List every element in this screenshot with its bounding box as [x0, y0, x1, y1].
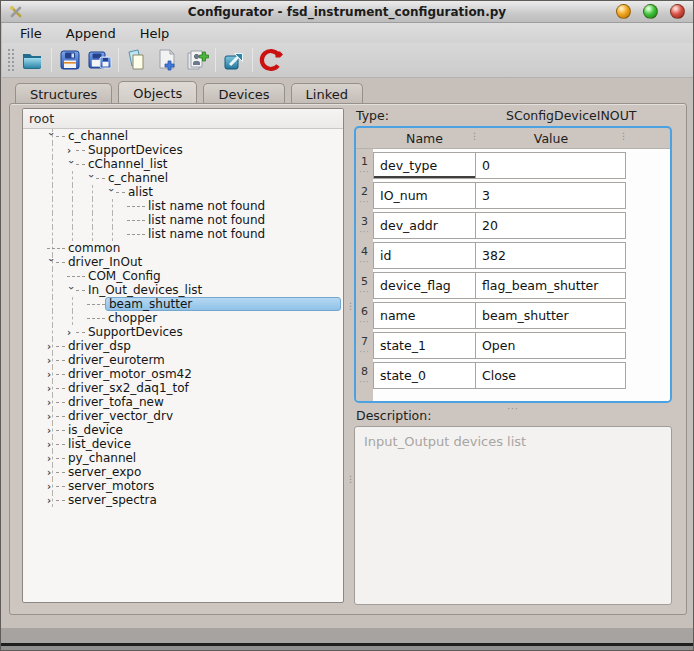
value-cell[interactable]: 382: [475, 242, 626, 269]
value-cell[interactable]: 20: [475, 212, 626, 239]
value-cell[interactable]: Open: [475, 332, 626, 359]
row-header[interactable]: 5: [356, 272, 373, 302]
tree-item-cchannel-list[interactable]: ›cChannel_list: [23, 157, 343, 171]
tree-item-com-config[interactable]: COM_Config: [23, 269, 343, 283]
add-object-button[interactable]: [182, 46, 212, 74]
column-header-name[interactable]: Name: [373, 131, 476, 146]
tree-item-list-device[interactable]: ›list_device: [23, 437, 343, 451]
export-button[interactable]: [219, 46, 249, 74]
tree-item-driver-tofa-new[interactable]: ›driver_tofa_new: [23, 395, 343, 409]
save-button[interactable]: [55, 46, 85, 74]
chevron-right-icon[interactable]: ›: [47, 342, 56, 351]
name-cell[interactable]: state_1: [373, 332, 476, 359]
open-button[interactable]: [18, 46, 48, 74]
name-cell[interactable]: IO_num: [373, 182, 476, 209]
value-cell[interactable]: beam_shutter: [475, 302, 626, 329]
chevron-right-icon[interactable]: ›: [47, 440, 56, 449]
tab-objects[interactable]: Objects: [118, 81, 197, 104]
row-header[interactable]: 6: [356, 302, 373, 332]
quit-button[interactable]: [256, 46, 286, 74]
chevron-down-icon[interactable]: ›: [87, 174, 96, 183]
chevron-down-icon[interactable]: ›: [67, 160, 76, 169]
tree-item-server-expo[interactable]: ›server_expo: [23, 465, 343, 479]
chevron-right-icon[interactable]: ›: [47, 412, 56, 421]
description-textarea[interactable]: Input_Output devices list: [354, 426, 672, 605]
chevron-right-icon[interactable]: ›: [47, 356, 56, 365]
row-header[interactable]: 2: [356, 182, 373, 212]
minimize-button[interactable]: [616, 4, 631, 19]
maximize-button[interactable]: [643, 4, 658, 19]
tree-item-py-channel[interactable]: ›py_channel: [23, 451, 343, 465]
properties-table[interactable]: Name Value 1dev_type02IO_num33dev_addr20…: [354, 126, 672, 403]
chevron-right-icon[interactable]: ›: [47, 468, 56, 477]
tree-item-c-channel[interactable]: ›c_channel: [23, 171, 343, 185]
copy-button[interactable]: [122, 46, 152, 74]
tree-item-is-device[interactable]: ›is_device: [23, 423, 343, 437]
tree-item-common[interactable]: common: [23, 241, 343, 255]
tree-item-beam-shutter[interactable]: beam_shutter: [23, 297, 343, 311]
chevron-right-icon[interactable]: ›: [47, 482, 56, 491]
chevron-down-icon[interactable]: ›: [47, 132, 56, 141]
tree-item-supportdevices[interactable]: ›SupportDevices: [23, 325, 343, 339]
tab-devices[interactable]: Devices: [203, 83, 284, 104]
menu-append[interactable]: Append: [56, 24, 126, 43]
name-cell[interactable]: dev_type: [373, 152, 476, 179]
chevron-down-icon[interactable]: ›: [67, 286, 76, 295]
chevron-right-icon[interactable]: ›: [47, 496, 56, 505]
chevron-down-icon[interactable]: ›: [107, 188, 116, 197]
tab-linked[interactable]: Linked: [291, 83, 363, 104]
tree-item-server-motors[interactable]: ›server_motors: [23, 479, 343, 493]
column-header-value[interactable]: Value: [476, 131, 626, 146]
tree-item-supportdevices[interactable]: ›SupportDevices: [23, 143, 343, 157]
tab-structures[interactable]: Structures: [15, 83, 112, 104]
row-header[interactable]: 7: [356, 332, 373, 362]
column-resize-handle[interactable]: [470, 131, 479, 141]
tree-item-driver-euroterm[interactable]: ›driver_euroterm: [23, 353, 343, 367]
save-as-button[interactable]: [85, 46, 115, 74]
row-header[interactable]: 3: [356, 212, 373, 242]
value-cell[interactable]: Close: [475, 362, 626, 389]
tree-item-in-out-devices-list[interactable]: ›In_Out_devices_list: [23, 283, 343, 297]
row-header[interactable]: 8: [356, 362, 373, 392]
row-header[interactable]: 1: [356, 152, 373, 182]
chevron-down-icon[interactable]: ›: [47, 258, 56, 267]
tree-item-server-spectra[interactable]: ›server_spectra: [23, 493, 343, 507]
column-resize-handle[interactable]: [619, 131, 628, 141]
name-cell[interactable]: dev_addr: [373, 212, 476, 239]
chevron-right-icon[interactable]: ›: [47, 370, 56, 379]
object-tree[interactable]: ›c_channel›SupportDevices›cChannel_list›…: [23, 129, 343, 507]
value-cell[interactable]: 0: [475, 152, 626, 179]
tree-item-chopper[interactable]: chopper: [23, 311, 343, 325]
name-cell[interactable]: state_0: [373, 362, 476, 389]
chevron-right-icon[interactable]: ›: [47, 384, 56, 393]
menu-help[interactable]: Help: [130, 24, 180, 43]
tree-item-list-name-not-found[interactable]: list name not found: [23, 199, 343, 213]
menu-file[interactable]: File: [10, 24, 52, 43]
chevron-right-icon[interactable]: ›: [67, 328, 76, 337]
name-cell[interactable]: id: [373, 242, 476, 269]
chevron-right-icon[interactable]: ›: [47, 454, 56, 463]
tree-item-list-name-not-found[interactable]: list name not found: [23, 227, 343, 241]
tree-item-list-name-not-found[interactable]: list name not found: [23, 213, 343, 227]
close-button[interactable]: [670, 4, 685, 19]
toolbar-separator: [215, 48, 216, 72]
value-cell[interactable]: 3: [475, 182, 626, 209]
name-cell[interactable]: device_flag: [373, 272, 476, 299]
toolbar-drag-handle[interactable]: [6, 47, 14, 73]
tree-item-driver-vector-drv[interactable]: ›driver_vector_drv: [23, 409, 343, 423]
tree-item-driver-motor-osm42[interactable]: ›driver_motor_osm42: [23, 367, 343, 381]
tree-item-c-channel[interactable]: ›c_channel: [23, 129, 343, 143]
window-title: Configurator - fsd_instrument_configurat…: [1, 5, 693, 19]
chevron-right-icon[interactable]: ›: [47, 398, 56, 407]
title-bar[interactable]: Configurator - fsd_instrument_configurat…: [1, 1, 693, 23]
tree-item-driver-sx2-daq1-tof[interactable]: ›driver_sx2_daq1_tof: [23, 381, 343, 395]
tree-item-driver-inout[interactable]: ›driver_InOut: [23, 255, 343, 269]
add-page-button[interactable]: [152, 46, 182, 74]
chevron-right-icon[interactable]: ›: [67, 146, 76, 155]
chevron-right-icon[interactable]: ›: [47, 426, 56, 435]
value-cell[interactable]: flag_beam_shutter: [475, 272, 626, 299]
row-header[interactable]: 4: [356, 242, 373, 272]
name-cell[interactable]: name: [373, 302, 476, 329]
tree-item-alist[interactable]: ›alist: [23, 185, 343, 199]
tree-item-driver-dsp[interactable]: ›driver_dsp: [23, 339, 343, 353]
